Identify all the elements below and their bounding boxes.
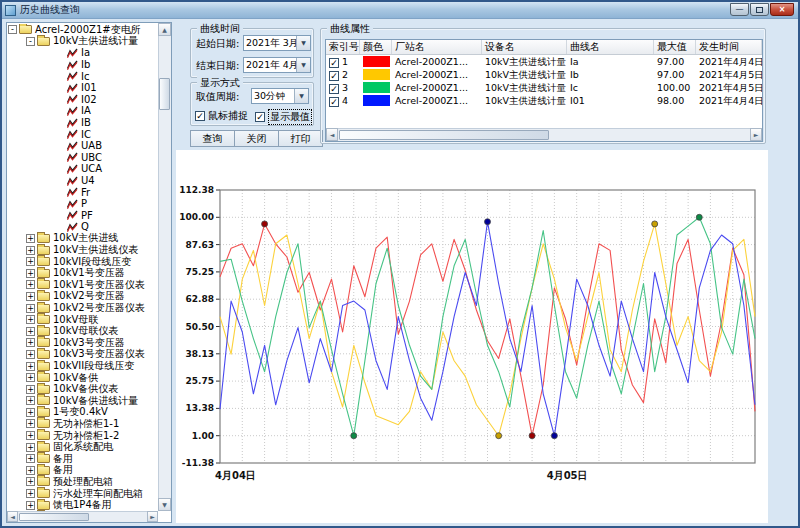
expand-icon[interactable]: + (26, 304, 35, 313)
minimize-button[interactable]: — (730, 3, 749, 16)
tree-item[interactable]: +馈电1P4备用 (7, 499, 158, 511)
tree-item[interactable]: UAB (7, 140, 158, 152)
tree-item[interactable]: +备用 (7, 453, 158, 465)
close-dialog-button[interactable]: 关闭 (234, 130, 279, 147)
tree-item[interactable]: UBC (7, 152, 158, 164)
row-checkbox[interactable]: ✓ (329, 58, 339, 68)
table-header-cell[interactable]: 颜色 (360, 40, 392, 54)
mouse-snap-checkbox[interactable]: ✓ 鼠标捕捉 (195, 109, 248, 123)
close-button[interactable]: × (770, 3, 794, 16)
expand-icon[interactable]: + (26, 408, 35, 417)
expand-icon[interactable]: + (26, 315, 35, 324)
table-header-cell[interactable]: 索引号 (326, 40, 360, 54)
collapse-icon[interactable]: - (26, 37, 35, 46)
scroll-right-icon[interactable]: ► (147, 511, 158, 522)
expand-icon[interactable]: + (26, 489, 35, 498)
start-date-value: 2021年 3月30 (244, 36, 296, 50)
expand-icon[interactable]: + (26, 246, 35, 255)
tree-hscroll-thumb[interactable] (19, 513, 89, 521)
expand-icon[interactable]: + (26, 431, 35, 440)
table-header-cell[interactable]: 设备名 (482, 40, 567, 54)
scroll-left-icon[interactable]: ◄ (7, 511, 18, 522)
chevron-down-icon[interactable]: ▼ (296, 58, 310, 72)
expand-icon[interactable]: + (26, 338, 35, 347)
chevron-down-icon[interactable]: ▼ (294, 89, 308, 103)
tree-item[interactable]: Ic (7, 70, 158, 82)
tree-item[interactable]: PF (7, 210, 158, 222)
tree-item[interactable]: -10kV主供进线计量 (7, 36, 158, 48)
maximize-button[interactable] (750, 3, 769, 16)
tree-item-label: U4 (80, 175, 95, 186)
expand-icon[interactable]: + (26, 269, 35, 278)
curve-color-swatch (363, 56, 390, 67)
query-button[interactable]: 查询 (190, 130, 235, 147)
tree-horizontal-scrollbar[interactable]: ◄ ► (7, 511, 158, 522)
table-header-cell[interactable]: 最大值 (654, 40, 696, 54)
expand-icon[interactable]: + (26, 373, 35, 382)
end-date-combobox[interactable]: 2021年 4月14 ▼ (243, 57, 311, 73)
min-marker-Ib (496, 433, 502, 439)
row-checkbox[interactable]: ✓ (329, 71, 339, 81)
scroll-left-icon[interactable]: ◄ (326, 128, 338, 141)
table-cell-curve: Ib (567, 69, 654, 81)
expand-icon[interactable]: + (26, 257, 35, 266)
period-combobox[interactable]: 30分钟 ▼ (251, 88, 309, 104)
table-row[interactable]: ✓ 4Acrel-2000Z1...10kV主供进线计量I0198.002021… (326, 94, 762, 107)
chevron-down-icon[interactable]: ▼ (296, 36, 310, 50)
expand-icon[interactable]: + (26, 477, 35, 486)
table-scroll-thumb[interactable] (339, 130, 549, 140)
print-button[interactable]: 打印 (278, 130, 323, 147)
expand-icon[interactable]: + (26, 327, 35, 336)
row-checkbox[interactable]: ✓ (329, 97, 339, 107)
expand-icon[interactable]: + (26, 454, 35, 463)
table-row[interactable]: ✓ 1Acrel-2000Z1...10kV主供进线计量Ia97.002021年… (326, 55, 762, 68)
tree-item[interactable]: IA (7, 105, 158, 117)
tree-item[interactable]: +固化系统配电 (7, 441, 158, 453)
row-checkbox[interactable]: ✓ (329, 84, 339, 94)
tree-scroll-thumb[interactable] (159, 78, 170, 110)
tree-item[interactable]: U4 (7, 175, 158, 187)
tree-vertical-scrollbar[interactable]: ▲ ▼ (158, 23, 171, 511)
checkbox-icon[interactable]: ✓ (255, 112, 265, 122)
scroll-down-icon[interactable]: ▼ (158, 498, 171, 511)
curve-icon (67, 106, 78, 116)
checkbox-icon[interactable]: ✓ (195, 111, 205, 121)
tree-item-label: UCA (80, 163, 102, 174)
expand-icon[interactable]: + (26, 443, 35, 452)
tree-item[interactable]: I02 (7, 94, 158, 106)
start-date-combobox[interactable]: 2021年 3月30 ▼ (243, 35, 311, 51)
max-marker-Ic (696, 214, 702, 220)
curve-properties-table: 索引号颜色厂站名设备名曲线名最大值发生时间 ✓ 1Acrel-2000Z1...… (325, 39, 763, 142)
table-row[interactable]: ✓ 3Acrel-2000Z1...10kV主供进线计量Ic100.002021… (326, 81, 762, 94)
table-header-cell[interactable]: 曲线名 (567, 40, 654, 54)
table-header-cell[interactable]: 发生时间 (696, 40, 762, 54)
table-header-cell[interactable]: 厂站名 (392, 40, 482, 54)
trend-chart-plot[interactable]: 112.38100.0087.6375.2562.8850.5038.1325.… (176, 150, 768, 523)
tree-item[interactable]: Fr (7, 186, 158, 198)
expand-icon[interactable]: + (26, 234, 35, 243)
expand-icon[interactable]: + (26, 419, 35, 428)
tree-item[interactable]: Ib (7, 59, 158, 71)
tree-item[interactable]: I01 (7, 82, 158, 94)
tree-item[interactable]: Ia (7, 47, 158, 59)
tree-item[interactable]: IB (7, 117, 158, 129)
show-extremes-checkbox[interactable]: ✓ 显示最值 (255, 109, 312, 125)
expand-icon[interactable]: + (26, 396, 35, 405)
expand-icon[interactable]: + (26, 280, 35, 289)
expand-icon[interactable]: + (26, 501, 35, 510)
scroll-right-icon[interactable]: ► (750, 128, 762, 141)
tree-item[interactable]: P (7, 198, 158, 210)
app-icon (5, 5, 16, 16)
scroll-up-icon[interactable]: ▲ (158, 23, 171, 36)
collapse-icon[interactable]: - (8, 25, 17, 34)
folder-icon (37, 315, 50, 324)
tree-item[interactable]: UCA (7, 163, 158, 175)
expand-icon[interactable]: + (26, 362, 35, 371)
tree-item[interactable]: IC (7, 128, 158, 140)
expand-icon[interactable]: + (26, 385, 35, 394)
table-horizontal-scrollbar[interactable]: ◄ ► (326, 128, 762, 141)
expand-icon[interactable]: + (26, 292, 35, 301)
expand-icon[interactable]: + (26, 466, 35, 475)
expand-icon[interactable]: + (26, 350, 35, 359)
table-row[interactable]: ✓ 2Acrel-2000Z1...10kV主供进线计量Ib97.002021年… (326, 68, 762, 81)
